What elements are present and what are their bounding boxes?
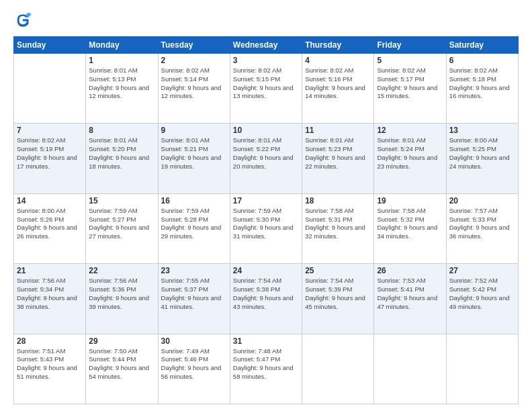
- page: SundayMondayTuesdayWednesdayThursdayFrid…: [0, 0, 532, 411]
- calendar-cell: 10Sunrise: 8:01 AM Sunset: 5:22 PM Dayli…: [230, 124, 302, 193]
- day-number: 17: [233, 196, 299, 205]
- day-number: 24: [233, 266, 299, 275]
- calendar-cell: 29Sunrise: 7:50 AM Sunset: 5:44 PM Dayli…: [86, 334, 158, 404]
- calendar-cell: 11Sunrise: 8:01 AM Sunset: 5:23 PM Dayli…: [302, 124, 374, 193]
- calendar-cell: 19Sunrise: 7:58 AM Sunset: 5:32 PM Dayli…: [374, 193, 446, 263]
- calendar-cell: 2Sunrise: 8:02 AM Sunset: 5:14 PM Daylig…: [158, 54, 230, 124]
- column-header-tuesday: Tuesday: [158, 37, 230, 54]
- calendar-cell: 30Sunrise: 7:49 AM Sunset: 5:46 PM Dayli…: [158, 334, 230, 404]
- cell-info: Sunrise: 7:53 AM Sunset: 5:41 PM Dayligh…: [377, 277, 443, 311]
- cell-info: Sunrise: 7:55 AM Sunset: 5:37 PM Dayligh…: [161, 277, 227, 311]
- calendar-cell: 7Sunrise: 8:02 AM Sunset: 5:19 PM Daylig…: [14, 124, 86, 193]
- day-number: 15: [89, 196, 154, 205]
- day-number: 20: [449, 196, 515, 205]
- day-number: 6: [449, 56, 515, 65]
- logo-icon: [13, 11, 32, 30]
- day-number: 30: [161, 336, 227, 346]
- cell-info: Sunrise: 7:51 AM Sunset: 5:43 PM Dayligh…: [17, 347, 83, 381]
- calendar-cell: 21Sunrise: 7:56 AM Sunset: 5:34 PM Dayli…: [14, 264, 86, 334]
- cell-info: Sunrise: 7:52 AM Sunset: 5:42 PM Dayligh…: [449, 277, 515, 311]
- week-row-4: 21Sunrise: 7:56 AM Sunset: 5:34 PM Dayli…: [14, 264, 519, 334]
- cell-info: Sunrise: 8:01 AM Sunset: 5:20 PM Dayligh…: [89, 136, 154, 171]
- day-number: 8: [89, 126, 154, 135]
- column-header-thursday: Thursday: [302, 37, 374, 54]
- calendar-cell: 14Sunrise: 8:00 AM Sunset: 5:26 PM Dayli…: [14, 193, 86, 263]
- cell-info: Sunrise: 8:00 AM Sunset: 5:25 PM Dayligh…: [449, 136, 515, 171]
- calendar-cell: 9Sunrise: 8:01 AM Sunset: 5:21 PM Daylig…: [158, 124, 230, 193]
- cell-info: Sunrise: 7:58 AM Sunset: 5:31 PM Dayligh…: [305, 207, 371, 241]
- calendar-cell: [374, 334, 446, 404]
- calendar-cell: 26Sunrise: 7:53 AM Sunset: 5:41 PM Dayli…: [374, 264, 446, 334]
- day-number: 19: [377, 196, 443, 205]
- calendar-cell: [14, 54, 86, 124]
- calendar-cell: 31Sunrise: 7:48 AM Sunset: 5:47 PM Dayli…: [230, 334, 302, 404]
- cell-info: Sunrise: 7:59 AM Sunset: 5:27 PM Dayligh…: [89, 207, 154, 241]
- calendar-cell: 24Sunrise: 7:54 AM Sunset: 5:38 PM Dayli…: [230, 264, 302, 334]
- header-row: SundayMondayTuesdayWednesdayThursdayFrid…: [14, 37, 519, 54]
- cell-info: Sunrise: 8:01 AM Sunset: 5:22 PM Dayligh…: [233, 136, 299, 171]
- cell-info: Sunrise: 8:01 AM Sunset: 5:13 PM Dayligh…: [89, 66, 154, 101]
- week-row-2: 7Sunrise: 8:02 AM Sunset: 5:19 PM Daylig…: [14, 124, 519, 193]
- calendar-cell: 27Sunrise: 7:52 AM Sunset: 5:42 PM Dayli…: [446, 264, 518, 334]
- calendar-cell: 12Sunrise: 8:01 AM Sunset: 5:24 PM Dayli…: [374, 124, 446, 193]
- cell-info: Sunrise: 8:01 AM Sunset: 5:23 PM Dayligh…: [305, 136, 371, 171]
- day-number: 13: [449, 126, 515, 135]
- cell-info: Sunrise: 8:02 AM Sunset: 5:17 PM Dayligh…: [377, 66, 443, 101]
- day-number: 1: [89, 56, 154, 65]
- column-header-saturday: Saturday: [446, 37, 518, 54]
- day-number: 11: [305, 126, 371, 135]
- column-header-monday: Monday: [86, 37, 158, 54]
- calendar-cell: 17Sunrise: 7:59 AM Sunset: 5:30 PM Dayli…: [230, 193, 302, 263]
- cell-info: Sunrise: 7:59 AM Sunset: 5:30 PM Dayligh…: [233, 207, 299, 241]
- day-number: 18: [305, 196, 371, 205]
- day-number: 25: [305, 266, 371, 275]
- column-header-sunday: Sunday: [14, 37, 86, 54]
- calendar-cell: 15Sunrise: 7:59 AM Sunset: 5:27 PM Dayli…: [86, 193, 158, 263]
- week-row-3: 14Sunrise: 8:00 AM Sunset: 5:26 PM Dayli…: [14, 193, 519, 263]
- logo: [13, 11, 35, 30]
- cell-info: Sunrise: 8:01 AM Sunset: 5:24 PM Dayligh…: [377, 136, 443, 171]
- column-header-friday: Friday: [374, 37, 446, 54]
- day-number: 2: [161, 56, 227, 65]
- week-row-5: 28Sunrise: 7:51 AM Sunset: 5:43 PM Dayli…: [14, 334, 519, 404]
- week-row-1: 1Sunrise: 8:01 AM Sunset: 5:13 PM Daylig…: [14, 54, 519, 124]
- calendar-cell: 16Sunrise: 7:59 AM Sunset: 5:28 PM Dayli…: [158, 193, 230, 263]
- cell-info: Sunrise: 8:02 AM Sunset: 5:19 PM Dayligh…: [17, 136, 83, 171]
- day-number: 27: [449, 266, 515, 275]
- calendar-cell: 13Sunrise: 8:00 AM Sunset: 5:25 PM Dayli…: [446, 124, 518, 193]
- day-number: 26: [377, 266, 443, 275]
- day-number: 5: [377, 56, 443, 65]
- day-number: 3: [233, 56, 299, 65]
- cell-info: Sunrise: 7:54 AM Sunset: 5:38 PM Dayligh…: [233, 277, 299, 311]
- day-number: 10: [233, 126, 299, 135]
- cell-info: Sunrise: 8:02 AM Sunset: 5:14 PM Dayligh…: [161, 66, 227, 101]
- cell-info: Sunrise: 7:56 AM Sunset: 5:36 PM Dayligh…: [89, 277, 154, 311]
- cell-info: Sunrise: 7:49 AM Sunset: 5:46 PM Dayligh…: [161, 347, 227, 381]
- day-number: 23: [161, 266, 227, 275]
- cell-info: Sunrise: 7:48 AM Sunset: 5:47 PM Dayligh…: [233, 347, 299, 381]
- cell-info: Sunrise: 7:54 AM Sunset: 5:39 PM Dayligh…: [305, 277, 371, 311]
- calendar-cell: [302, 334, 374, 404]
- day-number: 28: [17, 336, 83, 346]
- header: [13, 11, 519, 30]
- calendar-cell: 28Sunrise: 7:51 AM Sunset: 5:43 PM Dayli…: [14, 334, 86, 404]
- calendar-cell: 23Sunrise: 7:55 AM Sunset: 5:37 PM Dayli…: [158, 264, 230, 334]
- calendar-cell: 1Sunrise: 8:01 AM Sunset: 5:13 PM Daylig…: [86, 54, 158, 124]
- day-number: 14: [17, 196, 83, 205]
- calendar-cell: 25Sunrise: 7:54 AM Sunset: 5:39 PM Dayli…: [302, 264, 374, 334]
- day-number: 12: [377, 126, 443, 135]
- calendar-cell: 8Sunrise: 8:01 AM Sunset: 5:20 PM Daylig…: [86, 124, 158, 193]
- calendar-table: SundayMondayTuesdayWednesdayThursdayFrid…: [13, 36, 519, 404]
- day-number: 21: [17, 266, 83, 275]
- calendar-cell: [446, 334, 518, 404]
- cell-info: Sunrise: 7:57 AM Sunset: 5:33 PM Dayligh…: [449, 207, 515, 241]
- calendar-cell: 22Sunrise: 7:56 AM Sunset: 5:36 PM Dayli…: [86, 264, 158, 334]
- cell-info: Sunrise: 7:50 AM Sunset: 5:44 PM Dayligh…: [89, 347, 154, 381]
- calendar-cell: 5Sunrise: 8:02 AM Sunset: 5:17 PM Daylig…: [374, 54, 446, 124]
- cell-info: Sunrise: 8:02 AM Sunset: 5:16 PM Dayligh…: [305, 66, 371, 101]
- day-number: 7: [17, 126, 83, 135]
- day-number: 4: [305, 56, 371, 65]
- calendar-cell: 6Sunrise: 8:02 AM Sunset: 5:18 PM Daylig…: [446, 54, 518, 124]
- column-header-wednesday: Wednesday: [230, 37, 302, 54]
- calendar-cell: 3Sunrise: 8:02 AM Sunset: 5:15 PM Daylig…: [230, 54, 302, 124]
